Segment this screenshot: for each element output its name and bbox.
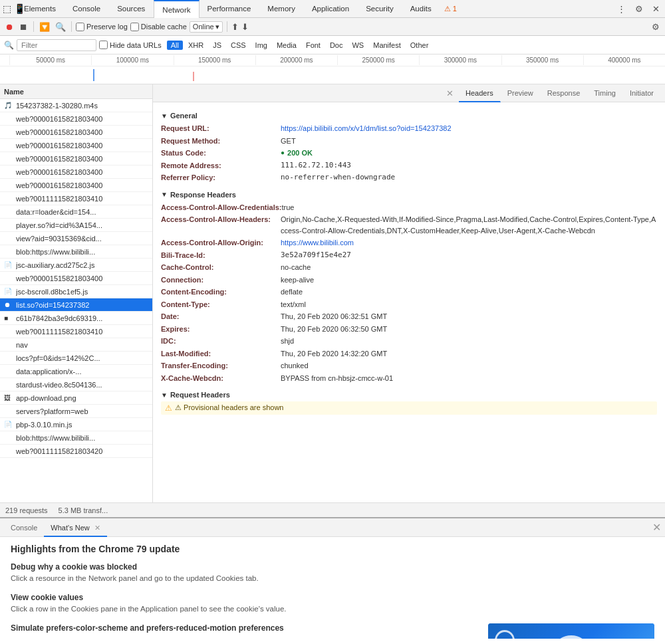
tab-headers[interactable]: Headers — [459, 84, 501, 102]
feature-desc: Click a row in the Cookies pane in the A… — [11, 603, 654, 614]
search-icon[interactable]: 🔍 — [54, 21, 67, 33]
list-item[interactable]: 📄 jsc-auxiliary.acd275c2.js — [0, 259, 152, 272]
record-icon[interactable]: ⏺ — [4, 21, 15, 33]
tick-5: 250000 ms — [337, 55, 419, 65]
file-type-icon: ⏺ — [4, 301, 13, 308]
list-item[interactable]: 🎵 154237382-1-30280.m4s — [0, 99, 152, 112]
close-bottom-panel[interactable]: ✕ — [652, 521, 661, 534]
preserve-log-checkbox[interactable]: Preserve log — [76, 23, 128, 31]
file-name: web?00001515821803400 — [16, 274, 102, 282]
tab-response[interactable]: Response — [541, 84, 588, 102]
tick-6: 300000 ms — [419, 55, 501, 65]
filter-type-doc[interactable]: Doc — [326, 41, 347, 50]
file-name: pbp-3.0.10.min.js — [16, 421, 72, 429]
filter-type-all[interactable]: All — [167, 41, 183, 50]
file-name: web?00001615821803400 — [16, 181, 102, 189]
more-icon[interactable]: ⋮ — [614, 3, 628, 15]
filter-type-js[interactable]: JS — [209, 41, 225, 50]
list-item[interactable]: web?00001615821803400 — [0, 179, 152, 192]
list-item[interactable]: web?00001615821803400 — [0, 165, 152, 179]
tab-timing[interactable]: Timing — [587, 84, 623, 102]
tab-memory[interactable]: Memory — [259, 0, 304, 18]
list-item[interactable]: player.so?id=cid%3A154... — [0, 219, 152, 232]
list-item[interactable]: data:r=loader&cid=154... — [0, 205, 152, 219]
list-item[interactable]: web?00001615821803400 — [0, 152, 152, 165]
filter-type-font[interactable]: Font — [302, 41, 325, 50]
list-item[interactable]: locs?pf=0&ids=142%2C... — [0, 352, 152, 365]
tick-2: 100000 ms — [91, 55, 173, 65]
response-headers-section-header[interactable]: ▼ Response Headers — [161, 191, 657, 199]
tab-security[interactable]: Security — [358, 0, 402, 18]
tab-whats-new[interactable]: What's New ✕ — [44, 518, 106, 537]
access-control-origin-row: Access-Control-Allow-Origin: https://www… — [161, 237, 657, 249]
tab-preview[interactable]: Preview — [501, 84, 541, 102]
list-item[interactable]: view?aid=90315369&cid... — [0, 232, 152, 245]
feature-desc: Click a resource in the Network panel an… — [11, 573, 654, 584]
request-headers-section-header[interactable]: ▼ Request Headers — [161, 391, 657, 399]
list-item[interactable]: blob:https://www.bilibili... — [0, 245, 152, 259]
disable-cache-input[interactable] — [130, 23, 139, 31]
hide-data-urls-label: Hide data URLs — [110, 41, 162, 49]
hide-data-urls-checkbox[interactable]: Hide data URLs — [99, 41, 162, 49]
list-item[interactable]: 📄 jsc-bscroll.d8bc1ef5.js — [0, 285, 152, 298]
list-item[interactable]: 📄 pbp-3.0.10.min.js — [0, 418, 152, 431]
preserve-log-input[interactable] — [76, 23, 84, 31]
filter-type-media[interactable]: Media — [273, 41, 301, 50]
throttle-select[interactable]: Online ▾ — [190, 21, 223, 33]
tab-audits[interactable]: Audits — [402, 0, 440, 18]
list-item[interactable]: web?00001615821803400 — [0, 126, 152, 139]
list-item[interactable]: 🖼 app-download.png — [0, 391, 152, 405]
filter-type-img[interactable]: Img — [251, 41, 271, 50]
file-name: data:application/x-... — [16, 368, 81, 376]
clear-icon[interactable]: ⏹ — [18, 21, 29, 33]
filter-input[interactable] — [17, 39, 96, 51]
filter-type-manifest[interactable]: Manifest — [369, 41, 405, 50]
whats-new-close[interactable]: ✕ — [94, 524, 100, 532]
filter-type-ws[interactable]: WS — [348, 41, 368, 50]
close-devtools-icon[interactable]: ✕ — [650, 3, 662, 15]
tab-application[interactable]: Application — [304, 0, 358, 18]
tab-performance[interactable]: Performance — [200, 0, 260, 18]
list-item-selected[interactable]: ⏺ list.so?oid=154237382 — [0, 298, 152, 312]
list-item[interactable]: nav — [0, 338, 152, 352]
list-item[interactable]: web?00001615821803400 — [0, 112, 152, 126]
list-item[interactable]: web?00001515821803400 — [0, 272, 152, 285]
file-name: 154237382-1-30280.m4s — [16, 102, 98, 110]
feature-text: Simulate prefers-color-scheme and prefer… — [11, 623, 480, 639]
tab-sources[interactable]: Sources — [109, 0, 154, 18]
list-item[interactable]: servers?platform=web — [0, 405, 152, 418]
list-item[interactable]: blob:https://www.bilibili... — [0, 431, 152, 445]
list-item[interactable]: stardust-video.8c504136... — [0, 378, 152, 391]
disable-cache-checkbox[interactable]: Disable cache — [130, 23, 187, 31]
download-icon[interactable]: ⬇ — [241, 22, 249, 32]
upload-icon[interactable]: ⬆ — [231, 22, 239, 32]
filter-type-xhr[interactable]: XHR — [184, 41, 207, 50]
file-name: web?00111115821803410 — [16, 195, 102, 203]
filter-type-css[interactable]: CSS — [227, 41, 250, 50]
list-item[interactable]: data:application/x-... — [0, 365, 152, 378]
list-item[interactable]: web?00111115821803420 — [0, 445, 152, 458]
general-section-header[interactable]: ▼ General — [161, 112, 657, 120]
general-title: General — [170, 112, 198, 120]
settings-icon[interactable]: ⚙ — [632, 3, 646, 15]
detail-tab-close[interactable]: ✕ — [446, 88, 454, 98]
list-item[interactable]: web?00111115821803410 — [0, 192, 152, 205]
file-name: servers?platform=web — [16, 407, 88, 415]
devtools-tab-bar: ⬚ 📱 Elements Console Sources Network Per… — [0, 0, 665, 18]
tab-network[interactable]: Network — [154, 0, 199, 18]
list-item[interactable]: ■ c61b7842ba3e9dc69319... — [0, 312, 152, 325]
detail-panel: ✕ Headers Preview Response Timing Initia… — [153, 84, 665, 502]
tab-console-bottom[interactable]: Console — [4, 518, 44, 537]
feature-cookie-blocked: Debug why a cookie was blocked Click a r… — [11, 562, 654, 584]
filter-icon[interactable]: 🔽 — [38, 21, 51, 33]
list-item[interactable]: web?00001615821803400 — [0, 139, 152, 152]
status-code-value: 200 OK — [287, 148, 313, 159]
network-settings-icon[interactable]: ⚙ — [650, 21, 661, 33]
tab-elements[interactable]: Elements — [16, 0, 65, 18]
tab-console[interactable]: Console — [65, 0, 109, 18]
list-item[interactable]: web?00111115821803410 — [0, 325, 152, 338]
filter-type-other[interactable]: Other — [406, 41, 433, 50]
hide-data-urls-input[interactable] — [99, 41, 108, 49]
tab-initiator[interactable]: Initiator — [623, 84, 661, 102]
inspect-icon[interactable]: ⬚ — [3, 3, 11, 14]
